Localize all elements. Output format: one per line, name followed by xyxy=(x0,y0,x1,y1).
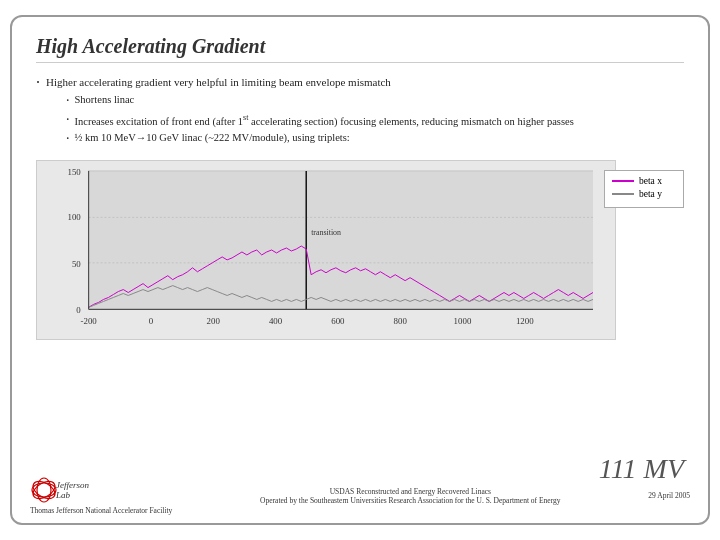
chart-svg: 0 50 100 150 -200 0 200 400 600 800 1000… xyxy=(37,161,615,339)
svg-text:150: 150 xyxy=(67,167,81,177)
main-bullet-text: Higher accelerating gradient very helpfu… xyxy=(46,76,391,88)
sub-text-2: ½ km 10 MeV→10 GeV linac (~222 MV/module… xyxy=(75,131,350,146)
chart-area: 0 50 100 150 -200 0 200 400 600 800 1000… xyxy=(36,160,684,360)
sub-dot-1: · xyxy=(66,112,70,129)
footer-date: 29 April 2005 xyxy=(648,491,690,500)
svg-text:0: 0 xyxy=(149,316,154,326)
svg-text:Jefferson: Jefferson xyxy=(56,480,89,490)
sub-bullet-2: · ½ km 10 MeV→10 GeV linac (~222 MV/modu… xyxy=(66,131,574,148)
legend-label-betax: beta x xyxy=(639,176,662,186)
chart-legend: beta x beta y xyxy=(604,170,684,208)
chart-inner: 0 50 100 150 -200 0 200 400 600 800 1000… xyxy=(36,160,616,340)
svg-text:100: 100 xyxy=(67,213,81,223)
sub-text-0: Shortens linac xyxy=(75,93,135,108)
svg-text:-200: -200 xyxy=(81,316,98,326)
svg-text:Lab: Lab xyxy=(55,490,71,500)
bullet-dot: · xyxy=(36,75,40,91)
svg-text:600: 600 xyxy=(331,316,345,326)
slide-container: High Accelerating Gradient · Higher acce… xyxy=(10,15,710,525)
sub-dot-2: · xyxy=(66,131,70,148)
sub-bullets: · Shortens linac · Increases excitation … xyxy=(66,93,574,148)
svg-text:50: 50 xyxy=(72,259,81,269)
svg-point-24 xyxy=(37,478,51,502)
legend-item-betay: beta y xyxy=(612,189,676,199)
slide-title: High Accelerating Gradient xyxy=(36,35,684,63)
sub-bullet-1: · Increases excitation of front end (aft… xyxy=(66,112,574,129)
svg-text:1200: 1200 xyxy=(516,316,534,326)
svg-text:800: 800 xyxy=(394,316,408,326)
main-bullet: · Higher accelerating gradient very help… xyxy=(36,75,684,150)
svg-point-22 xyxy=(30,478,58,502)
footer-center-line2: Operated by the Southeastern Universitie… xyxy=(182,496,638,505)
legend-line-betax xyxy=(612,180,634,182)
footer-left: Jefferson Lab Thomas Jefferson National … xyxy=(30,476,172,515)
svg-text:400: 400 xyxy=(269,316,283,326)
svg-text:0: 0 xyxy=(76,305,81,315)
footer-facility-text: Thomas Jefferson National Accelerator Fa… xyxy=(30,506,172,515)
footer-center: USDAS Reconstructed and Energy Recovered… xyxy=(172,487,648,505)
jefferson-lab-logo: Jefferson Lab xyxy=(30,476,95,504)
footer: Jefferson Lab Thomas Jefferson National … xyxy=(12,476,708,515)
legend-line-betay xyxy=(612,193,634,195)
svg-text:transition: transition xyxy=(311,228,341,237)
svg-point-23 xyxy=(32,483,56,497)
legend-label-betay: beta y xyxy=(639,189,662,199)
sub-bullet-0: · Shortens linac xyxy=(66,93,574,110)
content-area: · Higher accelerating gradient very help… xyxy=(36,75,684,150)
sub-dot-0: · xyxy=(66,93,70,110)
svg-text:1000: 1000 xyxy=(454,316,472,326)
legend-item-betax: beta x xyxy=(612,176,676,186)
sub-text-1: Increases excitation of front end (after… xyxy=(75,112,574,129)
svg-text:200: 200 xyxy=(207,316,221,326)
footer-center-line1: USDAS Reconstructed and Energy Recovered… xyxy=(182,487,638,496)
